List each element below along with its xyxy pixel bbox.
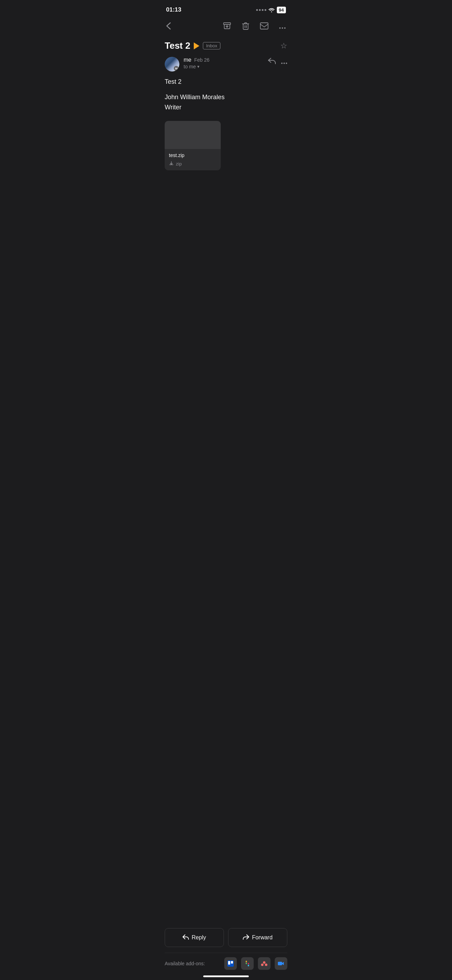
important-arrow-icon bbox=[194, 42, 199, 49]
to-row[interactable]: to me ▾ bbox=[184, 64, 210, 69]
sender-name: me bbox=[184, 57, 191, 63]
avatar: M bbox=[165, 57, 180, 72]
message-actions bbox=[268, 57, 287, 67]
status-time: 01:13 bbox=[166, 6, 181, 13]
svg-rect-1 bbox=[243, 24, 248, 29]
toolbar-right bbox=[221, 20, 287, 33]
attachment-info: test.zip zip bbox=[165, 149, 221, 170]
email-subject-row: Test 2 Inbox bbox=[165, 40, 280, 51]
main-content: Test 2 Inbox ☆ M me Feb 26 to me bbox=[158, 36, 294, 240]
email-message: M me Feb 26 to me ▾ bbox=[158, 57, 294, 72]
star-button[interactable]: ☆ bbox=[280, 41, 287, 51]
svg-point-3 bbox=[279, 27, 281, 29]
attachment-type-row: zip bbox=[169, 161, 216, 167]
email-body-text: Test 2 bbox=[165, 77, 287, 87]
toolbar-left bbox=[165, 21, 172, 33]
svg-rect-0 bbox=[224, 23, 231, 24]
inbox-badge: Inbox bbox=[203, 42, 220, 49]
email-header: Test 2 Inbox ☆ bbox=[158, 36, 294, 57]
email-toolbar bbox=[158, 18, 294, 36]
svg-point-7 bbox=[283, 62, 285, 64]
wifi-icon bbox=[268, 8, 275, 12]
svg-point-6 bbox=[282, 62, 283, 64]
battery-indicator: 94 bbox=[277, 7, 286, 13]
sender-name-row: me Feb 26 bbox=[184, 57, 210, 63]
attachment-name: test.zip bbox=[169, 153, 216, 158]
recipients-chevron: ▾ bbox=[197, 64, 199, 69]
sender-date: Feb 26 bbox=[194, 57, 210, 63]
sender-row: M me Feb 26 to me ▾ bbox=[165, 57, 287, 72]
email-body: Test 2 John William Morales Writer bbox=[158, 77, 294, 113]
back-button[interactable] bbox=[165, 21, 172, 33]
svg-point-4 bbox=[282, 27, 283, 29]
sender-details: me Feb 26 to me ▾ bbox=[184, 57, 210, 69]
email-subject: Test 2 bbox=[165, 40, 190, 51]
status-bar: 01:13 94 bbox=[158, 0, 294, 18]
email-more-button[interactable] bbox=[281, 58, 287, 66]
status-icons: 94 bbox=[256, 7, 286, 13]
download-icon bbox=[169, 161, 174, 167]
sender-info: M me Feb 26 to me ▾ bbox=[165, 57, 210, 72]
svg-rect-2 bbox=[260, 23, 268, 29]
attachment-preview bbox=[165, 121, 221, 149]
svg-point-5 bbox=[284, 27, 286, 29]
attachment-ext: zip bbox=[176, 161, 182, 167]
signature-line2: Writer bbox=[165, 102, 287, 113]
to-text: to me bbox=[184, 64, 196, 69]
signal-icon bbox=[256, 9, 266, 11]
attachment-card[interactable]: test.zip zip bbox=[165, 121, 221, 170]
attachment-area: test.zip zip bbox=[158, 121, 294, 170]
mark-unread-button[interactable] bbox=[259, 21, 270, 33]
signature-line1: John William Morales bbox=[165, 92, 287, 102]
svg-point-8 bbox=[286, 62, 287, 64]
email-signature: John William Morales Writer bbox=[165, 92, 287, 113]
reply-button[interactable] bbox=[268, 57, 276, 67]
delete-button[interactable] bbox=[240, 20, 251, 33]
archive-button[interactable] bbox=[221, 20, 232, 33]
more-options-button[interactable] bbox=[277, 21, 287, 32]
